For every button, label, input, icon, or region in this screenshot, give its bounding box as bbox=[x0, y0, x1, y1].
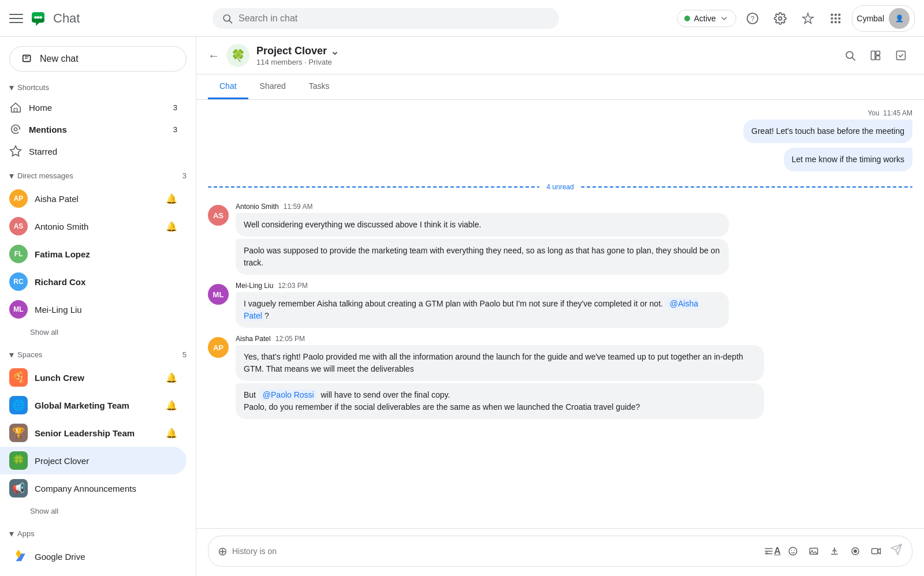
antonio-bell: 🔔 bbox=[166, 221, 177, 232]
svg-point-2 bbox=[37, 16, 40, 18]
sidebar-item-google-drive[interactable]: Google Drive bbox=[0, 543, 187, 570]
meilin-msg-name: Mei-Ling Liu bbox=[236, 282, 273, 290]
sidebar-item-richard-cox[interactable]: RC Richard Cox bbox=[0, 268, 187, 296]
svg-point-3 bbox=[39, 16, 42, 18]
chat-title-chevron[interactable]: ⌄ bbox=[330, 45, 339, 58]
tab-chat[interactable]: Chat bbox=[208, 74, 248, 99]
mentions-icon bbox=[9, 123, 22, 136]
sidebar-item-meilin-liu[interactable]: ML Mei-Ling Liu bbox=[0, 296, 187, 323]
meilin-msg-body: Mei-Ling Liu 12:03 PM I vaguely remember… bbox=[236, 282, 729, 328]
company-announcements-label: Company Announcements bbox=[35, 484, 177, 493]
sidebar-item-lunch-crew[interactable]: 🍕 Lunch Crew 🔔 bbox=[0, 364, 187, 391]
senior-leadership-icon: 🏆 bbox=[9, 424, 28, 442]
antonio-msg-meta: Antonio Smith 11:59 AM bbox=[236, 203, 729, 211]
message-input[interactable] bbox=[232, 547, 758, 556]
project-clover-label: Project Clover bbox=[35, 456, 177, 466]
tab-shared[interactable]: Shared bbox=[248, 74, 297, 99]
active-label: Active bbox=[694, 14, 716, 23]
sidebar-item-mentions[interactable]: Mentions 3 bbox=[0, 118, 187, 140]
svg-line-5 bbox=[229, 20, 232, 23]
spaces-header[interactable]: ▾ Spaces 5 bbox=[0, 346, 196, 364]
sidebar-item-project-clover[interactable]: 🍀 Project Clover bbox=[0, 447, 187, 474]
input-box[interactable]: ⊕ A A bbox=[208, 536, 912, 567]
messages-list: You 11:45 AM Great! Let's touch base bef… bbox=[196, 100, 924, 528]
shortcuts-label: Shortcuts bbox=[17, 83, 49, 92]
gear-icon bbox=[774, 12, 787, 25]
home-label: Home bbox=[29, 103, 166, 113]
upload-button[interactable] bbox=[825, 542, 844, 560]
settings-button[interactable] bbox=[769, 7, 792, 30]
sidebar-item-antonio-smith[interactable]: AS Antonio Smith 🔔 bbox=[0, 212, 187, 240]
message-row-aisha: AP Aisha Patel 12:05 PM Yes, that's righ… bbox=[208, 335, 912, 419]
sidebar-item-senior-leadership[interactable]: 🏆 Senior Leadership Team 🔔 bbox=[0, 419, 187, 447]
aisha-bubble-1: Yes, that's right! Paolo provided me wit… bbox=[236, 345, 764, 381]
search-chat-button[interactable] bbox=[839, 44, 862, 67]
search-bar[interactable] bbox=[213, 8, 559, 29]
svg-rect-20 bbox=[14, 109, 17, 112]
spaces-badge: 5 bbox=[182, 350, 187, 359]
unread-badge: 4 unread bbox=[546, 183, 573, 191]
lunch-crew-label: Lunch Crew bbox=[35, 373, 159, 383]
message-row-meilin: ML Mei-Ling Liu 12:03 PM I vaguely remem… bbox=[208, 282, 912, 328]
record-button[interactable] bbox=[846, 542, 865, 560]
show-all-spaces[interactable]: Show all bbox=[0, 502, 187, 520]
sidebar-item-fatima-lopez[interactable]: FL Fatima Lopez bbox=[0, 240, 187, 268]
meilin-avatar: ML bbox=[9, 300, 28, 319]
topbar-right: Active ? Cymbal 👤 bbox=[677, 5, 915, 32]
grid-button[interactable] bbox=[824, 7, 847, 30]
shortcuts-header[interactable]: ▾ Shortcuts bbox=[0, 78, 196, 96]
own-bubble-2: Let me know if the timing works bbox=[784, 148, 912, 171]
own-bubbles: Great! Let's touch base before the meeti… bbox=[743, 119, 912, 171]
sidebar-item-jira[interactable]: Jira bbox=[0, 570, 187, 576]
sidebar-item-aisha-patel[interactable]: AP Aisha Patel 🔔 bbox=[0, 185, 187, 212]
emoji-button[interactable] bbox=[784, 542, 802, 560]
video-button[interactable] bbox=[867, 542, 885, 560]
emoji-icon bbox=[788, 546, 798, 556]
star-icon bbox=[802, 12, 814, 25]
dm-badge: 3 bbox=[182, 171, 187, 180]
account-area[interactable]: Cymbal 👤 bbox=[852, 5, 915, 32]
svg-rect-15 bbox=[830, 21, 833, 23]
svg-rect-37 bbox=[872, 549, 878, 554]
antonio-avatar: AS bbox=[9, 217, 28, 235]
help-button[interactable]: ? bbox=[741, 7, 764, 30]
send-button[interactable] bbox=[890, 543, 903, 559]
layout-button[interactable] bbox=[864, 44, 887, 67]
tab-tasks[interactable]: Tasks bbox=[297, 74, 341, 99]
show-all-dm[interactable]: Show all bbox=[0, 323, 187, 341]
search-input[interactable] bbox=[239, 13, 550, 24]
chat-header: ← 🍀 Project Clover ⌄ 114 members · Priva… bbox=[196, 37, 924, 74]
sidebar-item-global-marketing[interactable]: 🌐 Global Marketing Team 🔔 bbox=[0, 391, 187, 419]
apps-header[interactable]: ▾ Apps bbox=[0, 525, 196, 543]
global-marketing-icon: 🌐 bbox=[9, 396, 28, 414]
gemini-button[interactable] bbox=[796, 7, 819, 30]
tasks-button[interactable] bbox=[889, 44, 912, 67]
input-area: ⊕ A A bbox=[196, 528, 924, 576]
aisha-msg-body: Aisha Patel 12:05 PM Yes, that's right! … bbox=[236, 335, 764, 419]
back-button[interactable]: ← bbox=[208, 49, 219, 62]
sidebar-item-home[interactable]: Home 3 bbox=[0, 96, 187, 118]
apps-chevron: ▾ bbox=[9, 528, 14, 539]
menu-icon[interactable] bbox=[9, 12, 23, 25]
active-dot bbox=[684, 16, 690, 21]
svg-point-29 bbox=[789, 547, 797, 555]
star-icon bbox=[9, 145, 22, 158]
senior-leadership-label: Senior Leadership Team bbox=[35, 428, 159, 438]
sidebar-item-company-announcements[interactable]: 📢 Company Announcements bbox=[0, 474, 187, 502]
format-text-button[interactable]: A A bbox=[763, 542, 781, 560]
attachment-button[interactable] bbox=[804, 542, 823, 560]
active-status-button[interactable]: Active bbox=[677, 10, 736, 27]
new-chat-button[interactable]: New chat bbox=[9, 46, 187, 72]
aisha-msg-avatar: AP bbox=[208, 337, 229, 358]
chat-header-info: Project Clover ⌄ 114 members · Private bbox=[256, 45, 832, 66]
account-name: Cymbal bbox=[857, 14, 884, 23]
svg-point-36 bbox=[854, 549, 857, 553]
google-drive-label: Google Drive bbox=[35, 552, 177, 562]
meilin-msg-avatar: ML bbox=[208, 284, 229, 305]
svg-rect-14 bbox=[838, 17, 840, 20]
add-button[interactable]: ⊕ bbox=[218, 544, 228, 558]
upload-icon bbox=[829, 546, 840, 556]
dm-header[interactable]: ▾ Direct messages 3 bbox=[0, 167, 196, 185]
unread-line-left bbox=[208, 186, 539, 188]
sidebar-item-starred[interactable]: Starred bbox=[0, 140, 187, 162]
